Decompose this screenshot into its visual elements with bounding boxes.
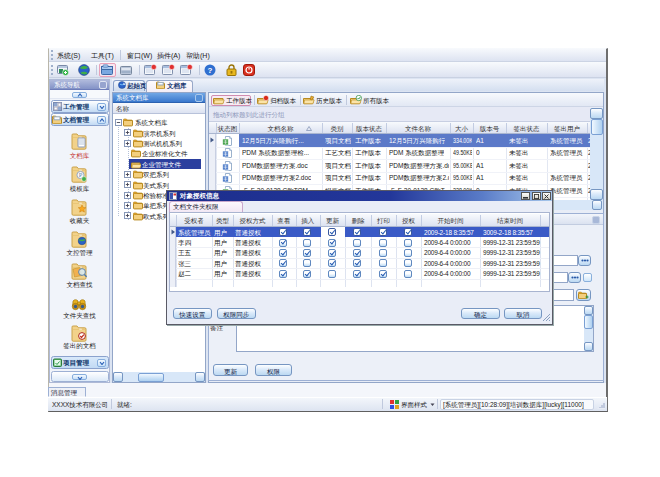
svg-text:?: ? xyxy=(208,66,213,75)
